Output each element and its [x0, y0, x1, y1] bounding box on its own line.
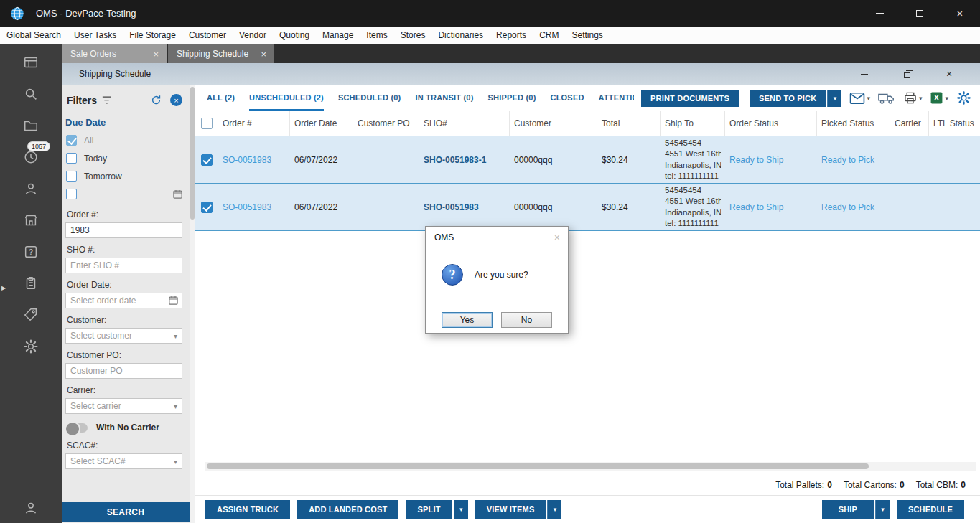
split-dropdown[interactable]: ▾ [454, 500, 468, 519]
status-tab-all[interactable]: ALL (2) [207, 85, 235, 111]
with-no-carrier-toggle[interactable] [66, 423, 88, 433]
calendar-icon[interactable] [168, 295, 179, 306]
add-landed-cost-button[interactable]: ADD LANDED COST [297, 500, 398, 519]
column-picked-status[interactable]: Picked Status [817, 111, 890, 136]
column-ltl-status[interactable]: LTL Status [929, 111, 980, 136]
tab-close-icon[interactable]: × [151, 49, 161, 60]
menu-items[interactable]: Items [360, 27, 393, 44]
select-all-checkbox[interactable] [201, 118, 213, 129]
checkbox-all[interactable] [66, 135, 77, 146]
column-sho[interactable]: SHO# [419, 111, 510, 136]
history-icon[interactable] [23, 149, 39, 165]
status-tab-shipped[interactable]: SHIPPED (0) [488, 85, 536, 111]
close-button[interactable]: × [944, 69, 954, 79]
column-order-number[interactable]: Order # [218, 111, 290, 136]
menu-vendor[interactable]: Vendor [233, 27, 273, 44]
help-icon[interactable]: ? [23, 244, 39, 260]
customer-po-input[interactable] [65, 363, 182, 379]
picked-status-link[interactable]: Ready to Pick [821, 202, 874, 212]
clear-filters-icon[interactable]: × [170, 94, 182, 106]
order-number-link[interactable]: SO-0051983 [223, 155, 271, 165]
checkbox-custom-date[interactable] [66, 189, 77, 199]
search-button[interactable]: SEARCH [62, 502, 190, 522]
menu-user-tasks[interactable]: User Tasks [67, 27, 123, 44]
search-icon[interactable] [23, 86, 39, 102]
maximize-button[interactable] [900, 0, 940, 27]
order-status-link[interactable]: Ready to Ship [729, 202, 783, 212]
print-documents-button[interactable]: PRINT DOCUMENTS [641, 90, 739, 107]
row-checkbox[interactable] [201, 154, 213, 166]
print-button[interactable]: ▾ [903, 91, 923, 105]
menu-file-storage[interactable]: File Storage [123, 27, 182, 44]
carrier-select[interactable]: Select carrier ▾ [65, 398, 182, 414]
refresh-icon[interactable] [150, 94, 162, 106]
column-customer-po[interactable]: Customer PO [353, 111, 419, 136]
panel-expander-arrow-icon[interactable]: ▶ [0, 281, 7, 294]
tags-icon[interactable] [23, 307, 39, 323]
column-carrier[interactable]: Carrier [890, 111, 929, 136]
sho-number-input[interactable] [65, 258, 182, 273]
tab-sale-orders[interactable]: Sale Orders × [62, 44, 167, 63]
status-tab-in-transit[interactable]: IN TRANSIT (0) [416, 85, 474, 111]
table-row[interactable]: SO-0051983 06/07/2022 SHO-0051983-1 0000… [195, 136, 980, 184]
menu-dictionaries[interactable]: Dictionaries [431, 27, 490, 44]
tab-close-icon[interactable]: × [258, 49, 269, 60]
restore-button[interactable] [902, 69, 912, 79]
email-button[interactable]: ▾ [849, 92, 870, 105]
contacts-icon[interactable] [23, 181, 39, 197]
picked-status-link[interactable]: Ready to Pick [821, 155, 874, 165]
checkbox-today[interactable] [66, 153, 77, 164]
split-button[interactable]: SPLIT [406, 500, 452, 519]
ship-button[interactable]: SHIP [822, 500, 874, 519]
table-row[interactable]: SO-0051983 06/07/2022 SHO-0051983 00000q… [195, 184, 980, 231]
column-ship-to[interactable]: Ship To [661, 111, 725, 136]
settings-icon[interactable] [23, 339, 39, 354]
order-status-link[interactable]: Ready to Ship [729, 155, 783, 165]
send-to-pick-dropdown[interactable]: ▾ [827, 90, 841, 107]
status-tab-unscheduled[interactable]: UNSCHEDULED (2) [249, 85, 324, 111]
view-items-dropdown[interactable]: ▾ [547, 500, 561, 519]
tab-shipping-schedule[interactable]: Shipping Schedule × [168, 44, 274, 63]
status-tab-scheduled[interactable]: SCHEDULED (0) [338, 85, 401, 111]
export-excel-button[interactable]: X ▾ [930, 91, 948, 105]
column-total[interactable]: Total [597, 111, 661, 136]
calendar-icon[interactable] [172, 189, 183, 199]
due-date-option-tomorrow[interactable]: Tomorrow [62, 167, 190, 185]
customer-select[interactable]: Select customer ▾ [65, 328, 182, 344]
no-button[interactable]: No [501, 312, 552, 328]
scac-select[interactable]: Select SCAC# ▾ [65, 453, 182, 469]
view-items-button[interactable]: VIEW ITEMS [475, 500, 546, 519]
scrollbar-thumb[interactable] [190, 87, 195, 220]
menu-settings[interactable]: Settings [565, 27, 609, 44]
folder-icon[interactable] [23, 118, 39, 133]
grid-settings-gear-icon[interactable] [956, 90, 971, 105]
yes-button[interactable]: Yes [442, 312, 493, 328]
menu-customer[interactable]: Customer [182, 27, 233, 44]
column-customer[interactable]: Customer [510, 111, 597, 136]
column-order-status[interactable]: Order Status [725, 111, 817, 136]
menu-reports[interactable]: Reports [490, 27, 533, 44]
tasks-icon[interactable] [23, 275, 39, 291]
menu-crm[interactable]: CRM [533, 27, 565, 44]
order-number-link[interactable]: SO-0051983 [223, 202, 271, 212]
order-date-input[interactable] [65, 293, 182, 308]
status-tab-closed[interactable]: CLOSED [551, 85, 584, 111]
ship-dropdown[interactable]: ▾ [875, 500, 890, 519]
minimize-button[interactable] [859, 0, 900, 27]
horizontal-scrollbar[interactable] [205, 462, 976, 471]
store-icon[interactable] [23, 212, 39, 228]
schedule-button[interactable]: SCHEDULE [897, 500, 964, 519]
menu-quoting[interactable]: Quoting [273, 27, 316, 44]
due-date-option-all[interactable]: All [62, 131, 190, 149]
dashboard-icon[interactable] [23, 55, 39, 70]
dialog-close-icon[interactable]: × [552, 232, 562, 243]
close-button[interactable]: × [940, 0, 980, 27]
menu-global-search[interactable]: Global Search [0, 27, 67, 44]
checkbox-tomorrow[interactable] [66, 171, 77, 182]
menu-stores[interactable]: Stores [394, 27, 432, 44]
assign-truck-button[interactable]: ASSIGN TRUCK [205, 500, 290, 519]
due-date-option-custom[interactable] [62, 185, 190, 203]
scrollbar-thumb[interactable] [207, 463, 869, 469]
menu-manage[interactable]: Manage [316, 27, 360, 44]
truck-button[interactable] [878, 91, 895, 105]
